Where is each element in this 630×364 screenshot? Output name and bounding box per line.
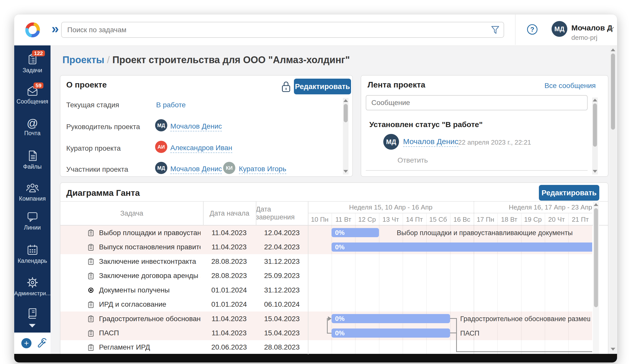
help-button[interactable]: ? [527,24,538,36]
gantt-scroll-thumb[interactable] [594,208,598,307]
gantt-row[interactable]: Заключение инвестконтракта 28.08.2023 31… [60,254,592,269]
task-start-date: 28.08.2023 [203,254,255,269]
about-scroll-thumb[interactable] [344,104,348,122]
col-header-task: Задача [60,201,203,226]
breadcrumb-projects-link[interactable]: Проекты [62,55,104,65]
gantt-row[interactable]: Регламент ИРД 20.06.2023 28.08.2023 [60,340,592,354]
message-input[interactable] [366,95,588,110]
feed-card-scrollbar[interactable] [592,97,598,175]
user-name[interactable]: Мочалов Д [571,24,612,32]
gantt-bar-task2[interactable]: 0% [331,242,592,252]
task-name: Выпуск постановления правительства [99,240,201,254]
gantt-edit-button[interactable]: Редактировать [539,185,599,201]
sidebar-nav: Задачи 122 Сообщения 59 @ Почта Фа [14,45,51,333]
gantt-card: Диаграмма Ганта Редактировать Задача Дат… [60,182,608,354]
day-header: 21 Пт [568,213,592,226]
about-card-title: О проекте [66,80,107,90]
task-start-date: 11.04.2023 [203,326,255,340]
task-start-date: 01.01.2024 [203,297,255,311]
sidebar-item-label: Почта [14,130,51,137]
gantt-bar-task1[interactable]: 0% [331,228,379,237]
task-end-date: 22.04.2023 [256,240,308,254]
project-feed-card: Лента проекта Все сообщения Установлен с… [361,75,608,177]
stage-link[interactable]: В работе [156,101,186,109]
task-icon [88,301,94,308]
sidebar-item-calendar[interactable]: Календарь [14,244,51,264]
stage-value[interactable]: В работе [156,101,186,109]
about-card-scrollbar[interactable] [343,98,349,175]
reply-button[interactable]: Ответить [397,156,428,164]
feed-scroll-up-icon[interactable] [593,99,597,101]
gantt-row[interactable]: ИРД и согласование 01.01.2024 06.10.2024 [60,297,592,312]
breadcrumb: Проекты / Проект строительства для ООО "… [62,55,350,65]
sidebar-item-files[interactable]: Файлы [14,150,51,170]
filter-icon[interactable] [491,26,500,34]
task-start-date: 01.01.2024 [203,283,255,297]
header-divider [256,201,256,226]
search-input[interactable] [61,22,504,38]
gantt-scrollbar[interactable] [593,201,599,354]
topbar-divider [515,14,516,45]
leader-avatar[interactable]: МД [155,119,167,131]
all-messages-link[interactable]: Все сообщения [544,82,596,90]
task-icon [88,258,94,265]
feed-author-link[interactable]: Мочалов Денис [403,137,458,147]
about-scroll-up-icon[interactable] [343,99,348,102]
curator-link[interactable]: Александров Иван [170,144,232,153]
member1-avatar[interactable]: МД [155,162,167,174]
lock-icon[interactable] [281,81,291,93]
task-name: ИРД и согласование [99,297,166,311]
page-title: Проект строительства для ООО "Алмаз-холд… [112,55,350,65]
sidebar-item-knowledge[interactable] [14,308,51,320]
gantt-scroll-up-icon[interactable] [594,203,598,206]
feed-author-avatar[interactable]: МД [383,134,399,150]
calendar-icon [27,244,38,255]
page-scroll-thumb[interactable] [611,54,615,130]
day-header: 18 Вт [497,213,521,226]
task-start-date: 11.04.2023 [203,311,255,326]
dependency-line [450,333,457,333]
user-avatar[interactable]: МД [552,21,567,37]
about-scroll-down-icon[interactable] [343,170,348,173]
sidebar-more-chevron-icon[interactable] [29,324,36,327]
sidebar-item-messages[interactable]: Сообщения 59 [14,85,51,105]
add-button[interactable]: + [21,338,31,348]
svg-text:?: ? [530,26,534,33]
task-name: Выбор площадки и правоустанавлива [99,226,201,240]
gantt-bar-task8[interactable]: 0% [331,328,450,338]
page-scroll-up-icon[interactable] [611,48,615,51]
task-name: Регламент ИРД [99,340,150,354]
week-header-16: Неделя 16, 17 Апр - 23 Апр [474,201,592,213]
leader-link[interactable]: Мочалов Денис [170,122,222,131]
page-scroll-down-icon[interactable] [611,348,615,351]
breadcrumb-separator: / [107,55,110,65]
member2-link[interactable]: Куратов Игорь [239,165,286,174]
feed-message-date: 22 апреля 2023 г., 22:21 [458,138,531,146]
logo-box[interactable] [14,14,51,45]
gantt-row[interactable]: Документы получены 01.01.2024 31.12.2023 [60,283,592,298]
sidebar-item-company[interactable]: Компания [14,182,51,202]
sidebar-item-label: Сообщения [14,98,51,105]
member2-avatar[interactable]: КИ [223,162,235,174]
feed-scroll-down-icon[interactable] [593,170,597,173]
task-name: Заключение инвестконтракта [99,254,196,269]
member1-link[interactable]: Мочалов Денис [170,165,222,174]
wrench-icon[interactable] [37,338,48,349]
gantt-bar-task7[interactable]: 0% [331,314,450,323]
task-icon [88,330,94,337]
about-edit-button[interactable]: Редактировать [294,79,351,94]
feed-scroll-thumb[interactable] [593,103,597,147]
curator-avatar[interactable]: АИ [155,141,167,153]
page-scrollbar[interactable] [610,46,616,354]
chevron-down-icon[interactable] [608,27,614,31]
day-header: 11 Вт [331,213,355,226]
sidebar-item-admin[interactable]: Администри... [14,277,51,297]
gantt-row[interactable]: ПАСП 11.04.2023 15.04.2023 [60,326,592,341]
sidebar-item-lines[interactable]: Линии [14,212,51,231]
gantt-row[interactable]: Заключение договора аренды земель 28.08.… [60,269,592,283]
bottom-bar [14,354,617,362]
sidebar-expand-icon[interactable]: » [52,21,59,36]
chat-bubble-icon [27,212,38,222]
sidebar-item-tasks[interactable]: Задачи 122 [14,54,51,74]
sidebar-item-mail[interactable]: @ Почта [14,118,51,137]
